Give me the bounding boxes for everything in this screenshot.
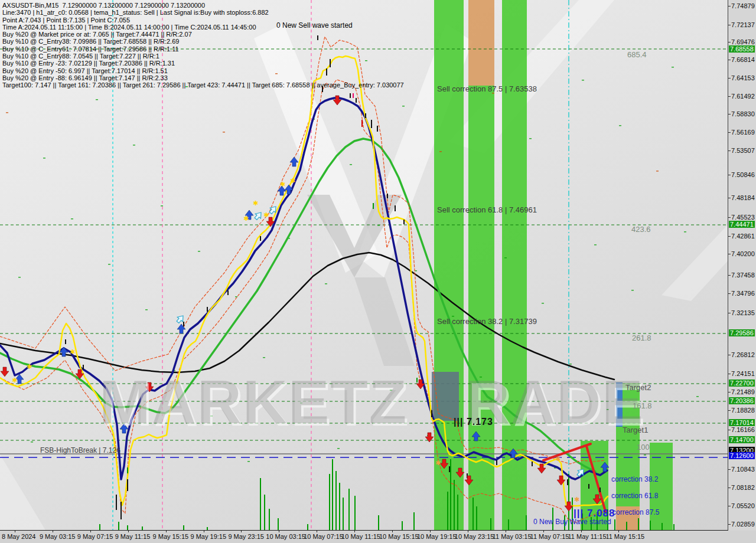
time-axis-label: 9 May 19:15 [191,533,227,540]
volume-bar [348,489,350,530]
price-axis-label: 7.34796 [731,290,755,297]
indicator-dash [684,231,686,233]
volume-bar [490,518,491,530]
price-axis-label: 7.40200 [731,250,755,257]
info-line-12: Target100: 7.147 || Target 161: 7.20386 … [2,81,404,89]
indicator-dash [504,257,507,259]
candle-tick [395,205,396,211]
volume-bar [142,526,143,530]
price-axis-label: 7.64153 [731,74,755,81]
indicator-dash [656,171,659,172]
volume-bar [378,515,379,530]
indicator-dash [263,357,265,358]
background-streak [354,277,415,366]
candle-tick [599,488,601,492]
time-axis-label: 10 May 15:15 [379,533,419,540]
volume-bar [614,519,615,530]
price-axis-highlight-label: 7.44471 [729,221,755,228]
volume-bar [508,519,509,530]
indicator-dash [96,99,98,100]
volume-bar [450,459,451,530]
fib-extension-label: 261.8 [632,333,651,342]
volume-bar [662,523,663,530]
info-line-7: Buy %10 @ C_Entry61: 7.07814 || Target:7… [2,45,404,53]
price-axis-label: 7.32135 [731,309,755,316]
price-axis-label: 7.42861 [731,233,755,240]
fib-extension-label: 685.4 [627,50,647,59]
indicator-dash [594,244,597,246]
volume-bar [626,522,627,530]
indicator-dash [631,290,634,291]
volume-bar [457,495,458,530]
star-marker-icon: ✱ [555,455,561,462]
volume-bar [339,483,340,530]
indicator-dash [325,283,327,284]
candle-tick [350,93,351,98]
fib-extension-label: 423.6 [631,225,651,234]
price-axis-label: 7.16166 [731,426,755,433]
price-axis-label: 7.66814 [731,56,755,63]
info-line-3: Point A:7.043 | Point B:7.135 | Point C:… [2,17,404,24]
price-axis-label: 7.50846 [731,171,755,178]
price-axis-label: 7.56169 [731,129,755,136]
time-axis-label: 10 May 11:15 [341,533,380,540]
info-line-6: Buy %10 @ C_Entry38: 7.09986 || Target:7… [2,38,404,45]
indicator-dash [161,205,163,207]
volume-bar [332,459,333,530]
time-axis[interactable]: 8 May 20249 May 03:159 May 07:159 May 11… [0,531,756,543]
star-marker-icon: ✱ [280,181,285,188]
price-axis[interactable]: 7.748797.721377.694767.668147.641537.614… [728,0,756,530]
time-axis-label: 10 May 07:15 [304,533,343,540]
volume-bar [526,515,527,530]
price-callout: ||| 7.088 [573,508,615,519]
fib-extension-label: 161.8 [633,401,652,410]
candle-tick [365,113,366,118]
star-marker-icon: ✱ [435,459,441,466]
candle-tick [403,220,405,224]
buy-arrow-icon [290,157,298,166]
star-marker-icon: ✱ [574,496,579,503]
buy-correction-label: correction 61.8 [611,492,658,500]
time-axis-label: 11 May 07:15 [530,533,569,540]
candle-tick [496,460,497,465]
chart-canvas[interactable]: MARKETZ RADE ✱✱✱✱✱✱✱✱✱✱✱ AXSUSDT-Bin,M15… [0,0,728,531]
time-axis-label: 8 May 2024 [2,533,35,540]
indicator-dash [529,138,532,139]
indicator-dash [145,309,148,310]
volume-bar [335,471,337,530]
price-axis-highlight-label: 7.22700 [729,380,755,387]
fib-band-orange [468,0,494,86]
buy-correction-label: correction 87.5 [612,508,659,516]
price-axis-label: 7.21489 [731,388,755,395]
candle-tick [183,322,184,326]
indicator-dash [43,158,45,159]
indicator-dash [542,303,544,304]
candle-tick [567,479,568,485]
candle-tick [449,466,450,472]
price-axis-highlight-label: 7.68558 [729,45,755,53]
indicator-dash [402,106,405,107]
volume-bar [99,524,100,530]
volume-bar [402,521,403,530]
fib-band-green [650,443,673,530]
indicator-dash [644,454,646,456]
indicator-dash [619,125,621,126]
candle-tick [65,339,66,344]
price-axis-label: 7.72137 [731,21,755,28]
price-axis-label: 7.53507 [731,147,755,154]
indicator-dash [337,448,340,449]
price-axis-highlight-label: 7.12600 [729,452,755,459]
candle-tick [532,462,533,466]
time-axis-label: 10 May 23:15 [455,533,494,540]
star-marker-icon: ✱ [12,377,17,384]
time-axis-label: 9 May 11:15 [115,533,151,540]
indicator-dash [569,364,572,365]
price-axis-label: 7.10843 [731,466,755,473]
volume-bar [650,521,651,530]
sell-correction-zone-label: Sell correction 38.2 | 7.31739 [437,317,537,326]
candle-tick [83,365,84,369]
time-axis-label: 10 May 19:15 [417,533,457,540]
price-axis-highlight-label: 7.17014 [729,419,755,426]
background-streak [0,454,53,530]
sell-correction-zone-label: Sell correction 87.5 | 7.63538 [437,84,537,93]
